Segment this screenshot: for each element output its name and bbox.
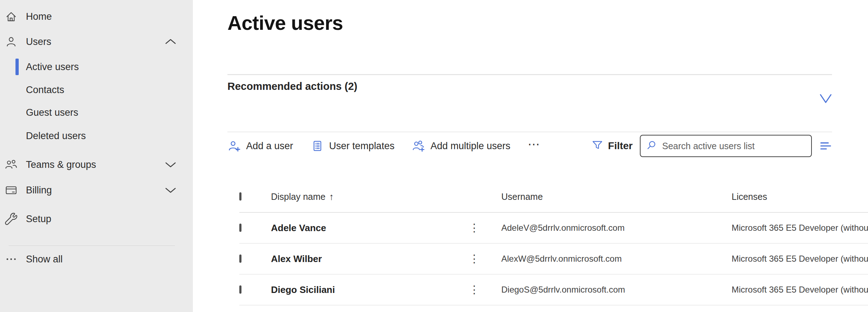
user-username: AdeleV@5drrlv.onmicrosoft.com [501,223,732,233]
sidebar-item-label: Deleted users [26,130,86,142]
table-row[interactable]: Alex Wilber ⋮ AlexW@5drrlv.onmicrosoft.c… [239,244,868,275]
sidebar-item-guest-users[interactable]: Guest users [0,102,193,123]
user-licenses: Microsoft 365 E5 Developer (withou [732,285,868,295]
table-row[interactable]: Diego Siciliani ⋮ DiegoS@5drrlv.onmicros… [239,275,868,306]
add-multiple-users-button[interactable]: Add multiple users [412,139,510,153]
recommended-actions-section: Recommended actions (2) [227,76,832,105]
credit-card-icon [3,182,19,198]
sidebar-item-label: Users [26,36,51,47]
main-content: Active users Recommended actions (2) Add… [193,0,868,312]
sidebar-item-label: Billing [26,185,52,196]
sidebar-item-label: Contacts [26,84,64,96]
search-icon [646,139,658,153]
selected-indicator [15,59,19,75]
search-box [640,135,812,157]
table-row[interactable]: Adele Vance ⋮ AdeleV@5drrlv.onmicrosoft.… [239,213,868,244]
column-header-licenses[interactable]: Licenses [732,192,868,202]
row-more-actions-icon[interactable]: ⋮ [465,222,501,233]
chevron-down-icon[interactable] [165,161,176,168]
sidebar-divider [9,246,175,246]
template-list-icon [311,139,324,153]
sidebar-item-label: Setup [26,214,51,225]
page-title: Active users [227,12,343,35]
row-checkbox[interactable] [239,254,241,263]
user-licenses: Microsoft 365 E5 Developer (withou [732,223,868,233]
row-more-actions-icon[interactable]: ⋮ [465,284,501,295]
more-horizontal-icon [3,251,19,267]
sidebar-item-label: Home [26,11,52,22]
user-licenses: Microsoft 365 E5 Developer (withou [732,254,868,264]
toolbar-overflow-button[interactable]: ⋯ [528,138,541,154]
user-display-name[interactable]: Alex Wilber [271,253,465,265]
filter-button[interactable]: Filter [591,139,633,153]
column-header-username[interactable]: Username [501,192,732,202]
filter-funnel-icon [591,139,604,153]
user-display-name[interactable]: Adele Vance [271,222,465,234]
people-add-icon [412,139,425,153]
expand-chevron-icon[interactable] [819,93,832,104]
column-header-display-name[interactable]: Display name↑ [271,191,465,202]
row-checkbox[interactable] [239,224,241,232]
user-display-name[interactable]: Diego Siciliani [271,284,465,295]
home-icon [3,9,19,24]
select-all-checkbox[interactable] [239,192,241,201]
table-header-row: Display name↑ Username Licenses [239,181,868,213]
section-divider [227,74,832,75]
active-users-table: Display name↑ Username Licenses Adele Va… [239,181,868,306]
sidebar-item-users[interactable]: Users [0,31,193,52]
wrench-icon [3,211,19,227]
sort-lines-icon[interactable] [819,139,832,152]
sidebar-item-label: Show all [26,254,63,265]
user-username: AlexW@5drrlv.onmicrosoft.com [501,254,732,264]
user-username: DiegoS@5drrlv.onmicrosoft.com [501,285,732,295]
recommended-actions-heading[interactable]: Recommended actions (2) [227,81,357,92]
sidebar-item-billing[interactable]: Billing [0,179,193,201]
active-users-page: Home Users Active users Contacts Guest u… [0,0,868,312]
sidebar-item-deleted-users[interactable]: Deleted users [0,125,193,147]
toolbar: Add a user User templates Add multiple u… [227,132,832,160]
sidebar: Home Users Active users Contacts Guest u… [0,0,193,312]
chevron-up-icon[interactable] [165,38,176,45]
sidebar-item-label: Guest users [26,107,78,118]
add-a-user-button[interactable]: Add a user [227,139,293,153]
sort-ascending-icon: ↑ [329,191,334,202]
person-icon [3,34,19,50]
toolbar-right-group: Filter [591,135,832,157]
row-more-actions-icon[interactable]: ⋮ [465,253,501,264]
sidebar-item-contacts[interactable]: Contacts [0,79,193,101]
row-checkbox[interactable] [239,285,241,294]
sidebar-item-label: Active users [26,61,79,73]
sidebar-item-show-all[interactable]: Show all [0,248,193,270]
sidebar-item-label: Teams & groups [26,159,96,170]
people-icon [3,157,19,173]
sidebar-item-teams-groups[interactable]: Teams & groups [0,154,193,175]
sidebar-item-home[interactable]: Home [0,6,193,27]
sidebar-item-active-users[interactable]: Active users [0,56,193,78]
user-templates-button[interactable]: User templates [311,139,395,153]
sidebar-item-setup[interactable]: Setup [0,208,193,230]
person-add-icon [227,139,241,153]
chevron-down-icon[interactable] [165,187,176,193]
search-input[interactable] [662,141,806,151]
